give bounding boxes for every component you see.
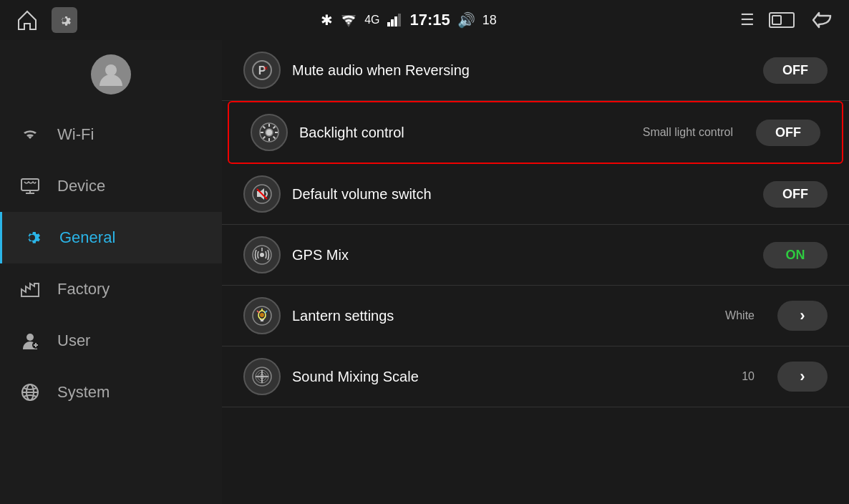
lantern-sublabel: White xyxy=(725,309,755,322)
svg-point-31 xyxy=(260,253,264,257)
backlight-sublabel: Small light control xyxy=(643,126,733,139)
sidebar-user-label: User xyxy=(57,331,90,350)
sidebar-item-device[interactable]: Device xyxy=(0,160,222,212)
svg-point-18 xyxy=(266,129,273,136)
default-volume-label: Default volume switch xyxy=(292,186,752,203)
volume-icon: 🔊 xyxy=(457,11,475,29)
svg-rect-6 xyxy=(772,16,781,24)
gps-mix-row: GPS Mix ON xyxy=(222,225,849,286)
sidebar-system-label: System xyxy=(57,383,110,402)
lantern-settings-label: Lantern settings xyxy=(292,308,714,324)
mute-audio-row: P ✕ Mute audio when Reversing OFF xyxy=(222,40,849,101)
default-volume-row: Default volume switch OFF xyxy=(222,164,849,225)
backlight-toggle[interactable]: OFF xyxy=(756,120,820,146)
sidebar-item-wifi[interactable]: Wi-Fi xyxy=(0,109,222,160)
network-type: 4G xyxy=(364,14,379,26)
back-icon[interactable] xyxy=(809,10,835,30)
sidebar-item-system[interactable]: System xyxy=(0,367,222,418)
bluetooth-icon: ✱ xyxy=(321,11,333,29)
volume-setting-icon xyxy=(243,175,281,213)
lantern-settings-arrow[interactable]: › xyxy=(777,301,828,331)
wifi-icon xyxy=(17,122,43,147)
sound-mixing-row: Sound Mixing Scale 10 › xyxy=(222,346,849,407)
home-icon[interactable] xyxy=(14,7,40,33)
svg-rect-3 xyxy=(394,16,397,26)
user-icon xyxy=(17,328,43,354)
svg-point-7 xyxy=(105,64,117,76)
lantern-icon xyxy=(243,297,281,334)
svg-point-39 xyxy=(260,313,264,317)
sidebar: Wi-Fi Device General xyxy=(0,40,222,504)
sidebar-item-general[interactable]: General xyxy=(0,212,222,263)
mute-audio-label: Mute audio when Reversing xyxy=(292,62,752,79)
svg-text:✕: ✕ xyxy=(263,65,268,72)
status-bar: ✱ 4G 17:15 🔊 18 ☰ xyxy=(0,0,849,40)
device-icon xyxy=(17,173,43,199)
factory-icon xyxy=(17,276,43,302)
sound-mixing-value: 10 xyxy=(742,370,755,383)
window-icon[interactable] xyxy=(769,10,795,30)
avatar xyxy=(91,54,131,94)
default-volume-toggle[interactable]: OFF xyxy=(763,181,828,208)
wifi-status-icon xyxy=(340,13,357,27)
backlight-control-row: Backlight control Small light control OF… xyxy=(228,101,843,164)
mute-audio-toggle[interactable]: OFF xyxy=(763,57,828,84)
status-bar-left xyxy=(14,7,77,33)
volume-level: 18 xyxy=(482,13,497,28)
svg-rect-2 xyxy=(391,19,394,26)
sound-mixing-arrow[interactable]: › xyxy=(777,362,828,392)
sound-mixing-icon xyxy=(243,358,281,395)
brightness-icon xyxy=(251,114,288,151)
svg-rect-4 xyxy=(398,14,401,26)
backlight-control-label: Backlight control xyxy=(299,125,631,141)
sidebar-factory-label: Factory xyxy=(57,280,110,299)
main-content: Wi-Fi Device General xyxy=(0,40,849,504)
sidebar-wifi-label: Wi-Fi xyxy=(57,125,94,144)
status-bar-center: ✱ 4G 17:15 🔊 18 xyxy=(321,11,497,29)
satellite-icon xyxy=(243,236,281,273)
svg-point-9 xyxy=(26,334,34,341)
sidebar-item-user[interactable]: User xyxy=(0,315,222,367)
sidebar-general-label: General xyxy=(59,228,115,247)
parking-icon: P ✕ xyxy=(243,52,281,89)
settings-panel: P ✕ Mute audio when Reversing OFF xyxy=(222,40,849,504)
sidebar-item-factory[interactable]: Factory xyxy=(0,263,222,315)
lantern-settings-row: Lantern settings White › xyxy=(222,286,849,346)
clock-display: 17:15 xyxy=(410,11,450,29)
svg-rect-1 xyxy=(387,22,390,26)
gps-mix-label: GPS Mix xyxy=(292,247,752,263)
svg-rect-8 xyxy=(21,179,39,190)
settings-status-icon[interactable] xyxy=(52,7,77,33)
status-bar-right: ☰ xyxy=(740,10,835,30)
sound-mixing-label: Sound Mixing Scale xyxy=(292,369,730,385)
sidebar-device-label: Device xyxy=(57,177,105,195)
gps-mix-toggle[interactable]: ON xyxy=(763,242,828,268)
general-icon xyxy=(19,225,45,251)
signal-bars xyxy=(387,14,403,26)
hamburger-menu-icon[interactable]: ☰ xyxy=(740,11,755,29)
system-icon xyxy=(17,379,43,405)
svg-marker-0 xyxy=(341,15,356,27)
